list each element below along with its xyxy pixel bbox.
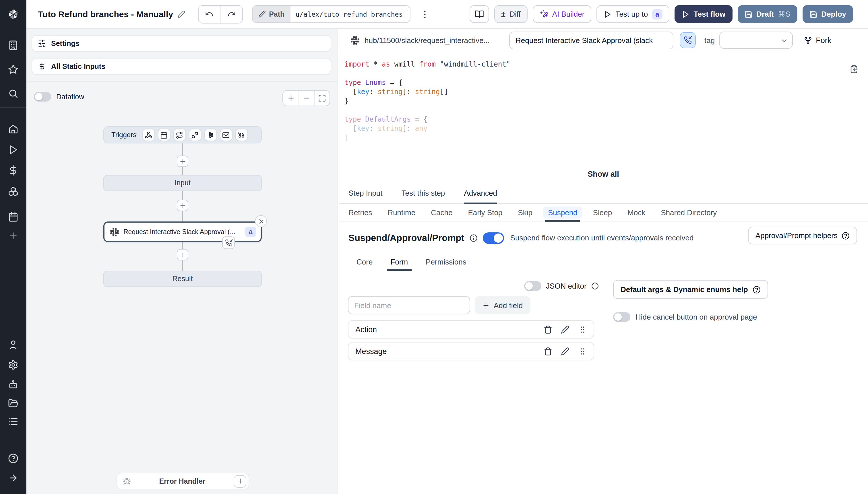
scheduled-poll-trigger-icon[interactable] (235, 129, 248, 141)
test-up-to-button[interactable]: Test up to a (596, 5, 669, 23)
schedules-icon[interactable] (8, 212, 18, 222)
users-icon[interactable] (8, 340, 18, 350)
tag-select[interactable] (719, 32, 793, 49)
edit-field-button[interactable] (561, 347, 570, 356)
ai-builder-button[interactable]: AI Builder (533, 5, 592, 23)
path-input[interactable] (290, 6, 410, 22)
subtab-cache[interactable]: Cache (431, 203, 453, 221)
subtab-runtime[interactable]: Runtime (388, 203, 415, 221)
tab-test-this-step[interactable]: Test this step (402, 182, 445, 203)
tab-step-input[interactable]: Step Input (349, 182, 383, 203)
triggers-node[interactable]: Triggers (103, 126, 262, 144)
tab-advanced[interactable]: Advanced (464, 182, 497, 203)
add-error-handler-button[interactable] (234, 475, 246, 488)
hub-script-path[interactable]: hub/11500/slack/request_interactive... (365, 36, 509, 44)
deploy-button[interactable]: Deploy (802, 5, 853, 23)
favorites-star-icon[interactable] (8, 64, 18, 75)
fit-view-button[interactable] (314, 91, 330, 106)
show-all-button[interactable]: Show all (339, 170, 868, 178)
subtab-shared-directory[interactable]: Shared Directory (661, 203, 717, 221)
more-options-kebab-icon[interactable] (419, 9, 430, 19)
webhook-trigger-icon[interactable] (142, 129, 155, 141)
diff-button[interactable]: ± Diff (494, 5, 528, 23)
drag-handle[interactable] (578, 325, 587, 334)
help-icon[interactable] (8, 453, 18, 463)
suspend-enable-toggle[interactable] (483, 232, 504, 244)
info-icon[interactable] (469, 234, 478, 242)
runs-icon[interactable] (8, 145, 18, 155)
schedule-trigger-icon[interactable] (158, 129, 170, 141)
subtab-suspend[interactable]: Suspend (548, 203, 577, 221)
expand-sidebar-arrow-icon[interactable] (8, 473, 18, 483)
input-node[interactable]: Input (103, 175, 262, 191)
docs-button[interactable] (469, 5, 489, 23)
json-editor-toggle[interactable] (524, 281, 541, 291)
search-icon[interactable] (8, 88, 18, 99)
hide-cancel-toggle[interactable] (613, 312, 630, 322)
bug-icon (123, 477, 131, 485)
undo-button[interactable] (198, 5, 220, 23)
subtab-early-stop[interactable]: Early Stop (468, 203, 502, 221)
websocket-trigger-icon[interactable] (189, 129, 201, 141)
dataflow-toggle[interactable] (34, 92, 51, 101)
add-field-label: Add field (494, 301, 523, 309)
add-menu-icon[interactable] (8, 231, 18, 241)
form-field-row[interactable]: Message (348, 342, 594, 360)
test-flow-button[interactable]: Test flow (675, 5, 733, 23)
result-node[interactable]: Result (103, 271, 262, 287)
drag-handle[interactable] (578, 347, 587, 356)
info-icon[interactable] (591, 282, 599, 290)
logs-list-icon[interactable] (8, 417, 18, 427)
suspend-phone-badge[interactable] (222, 236, 235, 249)
tab-permissions[interactable]: Permissions (426, 253, 466, 270)
close-icon (257, 218, 264, 225)
workers-robot-icon[interactable] (8, 379, 18, 390)
insert-step-button[interactable] (177, 155, 188, 167)
default-args-help-button[interactable]: Default args & Dynamic enums help (613, 280, 768, 299)
remove-step-button[interactable] (255, 215, 267, 227)
subtab-sleep[interactable]: Sleep (593, 203, 612, 221)
plus-icon (482, 302, 490, 309)
tab-core[interactable]: Core (356, 253, 373, 270)
draft-button[interactable]: Draft ⌘S (737, 5, 797, 23)
slack-approval-step-node[interactable]: Request Interactive Slack Approval (... … (103, 222, 262, 242)
folders-icon[interactable] (8, 398, 18, 408)
add-field-button[interactable]: Add field (475, 296, 530, 315)
delete-field-button[interactable] (544, 347, 552, 356)
plus-icon (179, 157, 186, 165)
edit-title-pencil-icon[interactable] (177, 10, 185, 18)
variables-icon[interactable] (8, 165, 18, 175)
flow-settings-button[interactable]: Settings (32, 35, 331, 52)
resources-icon[interactable] (8, 186, 18, 196)
subtab-mock[interactable]: Mock (627, 203, 645, 221)
all-static-inputs-button[interactable]: All Static Inputs (32, 58, 331, 75)
subtab-retries[interactable]: Retries (349, 203, 372, 221)
delete-field-button[interactable] (544, 325, 552, 334)
step-name-input[interactable] (509, 31, 673, 49)
subtab-skip[interactable]: Skip (518, 203, 533, 221)
flow-panel-separator (26, 81, 337, 82)
http-route-trigger-icon[interactable] (173, 129, 186, 141)
home-icon[interactable] (8, 124, 18, 134)
edit-field-button[interactable] (561, 325, 570, 334)
error-handler-node[interactable]: Error Handler (116, 473, 249, 489)
zoom-in-button[interactable] (283, 91, 298, 106)
approval-prompt-helpers-button[interactable]: Approval/Prompt helpers (748, 227, 857, 244)
settings-gear-icon[interactable] (8, 360, 18, 370)
windmill-logo-icon[interactable] (6, 7, 20, 21)
kafka-trigger-icon[interactable] (204, 129, 217, 141)
insert-step-button[interactable] (177, 200, 188, 211)
redo-button[interactable] (220, 5, 242, 23)
field-name-input[interactable] (348, 296, 470, 315)
suspend-enabled-phone-button[interactable] (680, 32, 696, 48)
path-edit-button[interactable]: Path (252, 6, 290, 22)
form-field-row[interactable]: Action (348, 320, 594, 339)
tab-form[interactable]: Form (390, 253, 408, 270)
fork-button[interactable]: Fork (804, 36, 831, 44)
workspace-icon[interactable] (8, 40, 18, 51)
email-trigger-icon[interactable] (220, 129, 232, 141)
zoom-out-button[interactable] (298, 91, 314, 106)
copy-code-button[interactable] (850, 65, 858, 73)
insert-step-button[interactable] (177, 249, 188, 261)
code-editor[interactable]: import * as wmill from "windmill-client"… (339, 52, 868, 183)
